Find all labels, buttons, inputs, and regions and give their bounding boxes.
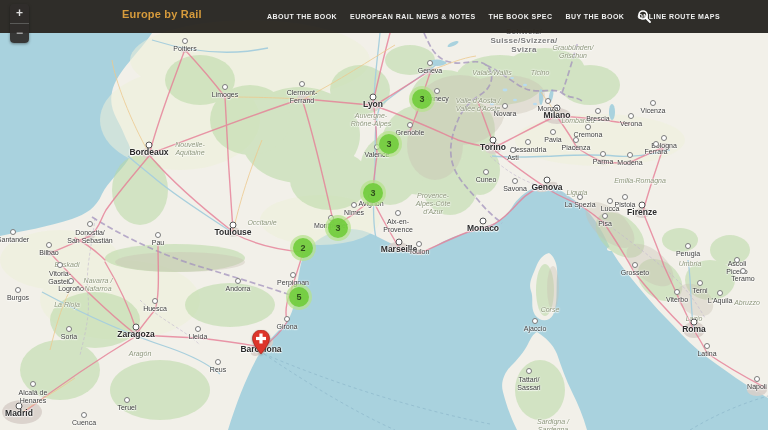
zoom-in-button[interactable]: + bbox=[10, 4, 29, 23]
marker-cluster[interactable]: 3 bbox=[409, 86, 435, 112]
map-zoom-control: + − bbox=[10, 4, 29, 43]
marker-cluster[interactable]: 2 bbox=[290, 235, 316, 261]
main-nav: ABOUT THE BOOK EUROPEAN RAIL NEWS & NOTE… bbox=[267, 0, 720, 33]
brand-logo[interactable]: Europe by Rail bbox=[122, 8, 202, 20]
cluster-count: 2 bbox=[300, 243, 305, 253]
map-canvas[interactable] bbox=[0, 0, 768, 430]
cluster-count: 3 bbox=[419, 94, 424, 104]
marker-cluster[interactable]: 3 bbox=[376, 131, 402, 157]
cluster-count: 3 bbox=[386, 139, 391, 149]
nav-european-rail-news-notes[interactable]: EUROPEAN RAIL NEWS & NOTES bbox=[350, 13, 476, 20]
marker-cluster[interactable]: 5 bbox=[286, 284, 312, 310]
europe-by-rail-page: Schweiz/ Suisse/Svizzera/ SvizraNouvelle… bbox=[0, 0, 768, 430]
cluster-count: 3 bbox=[370, 188, 375, 198]
site-header: Europe by Rail ABOUT THE BOOK EUROPEAN R… bbox=[0, 0, 768, 33]
zoom-out-button[interactable]: − bbox=[10, 23, 29, 43]
marker-cluster[interactable]: 3 bbox=[325, 215, 351, 241]
cluster-count: 5 bbox=[296, 292, 301, 302]
nav-buy-the-book[interactable]: BUY THE BOOK bbox=[565, 13, 624, 20]
search-icon[interactable] bbox=[637, 9, 651, 23]
nav-the-book-spec[interactable]: THE BOOK SPEC bbox=[489, 13, 553, 20]
location-pin-barcelona[interactable] bbox=[252, 330, 270, 354]
map-artwork bbox=[0, 0, 768, 430]
nav-about-the-book[interactable]: ABOUT THE BOOK bbox=[267, 13, 337, 20]
cluster-count: 3 bbox=[335, 223, 340, 233]
marker-cluster[interactable]: 3 bbox=[360, 180, 386, 206]
